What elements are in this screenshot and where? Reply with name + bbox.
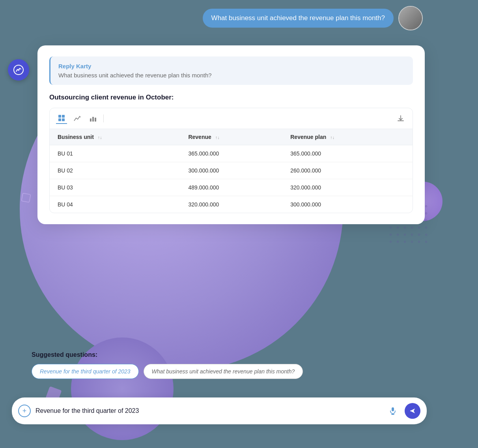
- svg-rect-4: [58, 118, 61, 121]
- suggested-pill-0[interactable]: Revenue for the third quarter of 2023: [32, 364, 139, 379]
- bar-chart-icon[interactable]: [88, 113, 99, 124]
- chat-input[interactable]: [35, 407, 381, 414]
- svg-rect-7: [92, 117, 94, 122]
- suggested-pill-1[interactable]: What business unit achieved the revenue …: [144, 364, 303, 379]
- input-bar: +: [12, 397, 427, 424]
- mic-icon: [389, 407, 397, 415]
- reply-label: Reply Karty: [58, 63, 405, 69]
- user-avatar: [398, 6, 423, 30]
- deco-square-3: [21, 193, 31, 202]
- cell-revenue-3: 320.000.000: [180, 196, 282, 213]
- suggested-questions-section: Suggested questions: Revenue for the thi…: [32, 351, 446, 379]
- table-view-icon[interactable]: [56, 113, 67, 124]
- svg-rect-5: [62, 118, 65, 121]
- section-title: Outsourcing client revenue in October:: [49, 94, 413, 101]
- cell-plan-0: 365.000.000: [282, 145, 413, 162]
- analytics-icon: [13, 64, 24, 75]
- svg-rect-2: [58, 115, 61, 118]
- sort-icon-bu: ↑↓: [98, 135, 102, 140]
- svg-rect-9: [392, 407, 394, 411]
- mic-button[interactable]: [386, 404, 400, 418]
- reply-text: What business unit achieved the revenue …: [58, 72, 405, 79]
- toolbar-divider: [103, 114, 104, 122]
- reply-header: Reply Karty What business unit achieved …: [49, 56, 413, 85]
- send-icon: [409, 407, 416, 415]
- user-message-text: What business unit achieved the revenue …: [211, 14, 385, 22]
- cell-bu-1: BU 02: [50, 162, 180, 179]
- cell-revenue-1: 300.000.000: [180, 162, 282, 179]
- table-container: Business unit ↑↓ Revenue ↑↓ Revenue plan…: [49, 108, 413, 213]
- col-revenue[interactable]: Revenue ↑↓: [180, 129, 282, 145]
- cell-revenue-2: 489.000.000: [180, 179, 282, 196]
- svg-rect-8: [95, 118, 96, 122]
- table-header-row: Business unit ↑↓ Revenue ↑↓ Revenue plan…: [50, 129, 413, 145]
- main-card: Reply Karty What business unit achieved …: [37, 45, 425, 224]
- user-message-container: What business unit achieved the revenue …: [203, 6, 423, 30]
- cell-plan-1: 260.000.000: [282, 162, 413, 179]
- table-row: BU 03 489.000.000 320.000.000: [50, 179, 413, 196]
- add-button[interactable]: +: [18, 405, 31, 417]
- plus-icon: +: [22, 407, 27, 415]
- table-row: BU 02 300.000.000 260.000.000: [50, 162, 413, 179]
- cell-plan-2: 320.000.000: [282, 179, 413, 196]
- sort-icon-revenue: ↑↓: [215, 135, 220, 140]
- col-business-unit[interactable]: Business unit ↑↓: [50, 129, 180, 145]
- suggested-pills: Revenue for the third quarter of 2023 Wh…: [32, 364, 446, 379]
- cell-plan-3: 300.000.000: [282, 196, 413, 213]
- cell-bu-2: BU 03: [50, 179, 180, 196]
- table-toolbar: [50, 108, 413, 129]
- sort-icon-plan: ↑↓: [330, 135, 334, 140]
- cell-revenue-0: 365.000.000: [180, 145, 282, 162]
- cell-bu-3: BU 04: [50, 196, 180, 213]
- user-message-bubble: What business unit achieved the revenue …: [203, 9, 394, 28]
- table-row: BU 04 320.000.000 300.000.000: [50, 196, 413, 213]
- svg-point-1: [17, 69, 20, 71]
- send-button[interactable]: [405, 403, 420, 419]
- col-revenue-plan[interactable]: Revenue plan ↑↓: [282, 129, 413, 145]
- avatar-image: [399, 7, 422, 30]
- data-table: Business unit ↑↓ Revenue ↑↓ Revenue plan…: [50, 129, 413, 213]
- app-logo[interactable]: [8, 59, 29, 81]
- table-row: BU 01 365.000.000 365.000.000: [50, 145, 413, 162]
- line-chart-icon[interactable]: [72, 113, 83, 124]
- suggested-title: Suggested questions:: [32, 351, 446, 358]
- download-icon[interactable]: [395, 113, 406, 124]
- svg-rect-3: [62, 115, 65, 118]
- cell-bu-0: BU 01: [50, 145, 180, 162]
- svg-rect-6: [90, 118, 91, 122]
